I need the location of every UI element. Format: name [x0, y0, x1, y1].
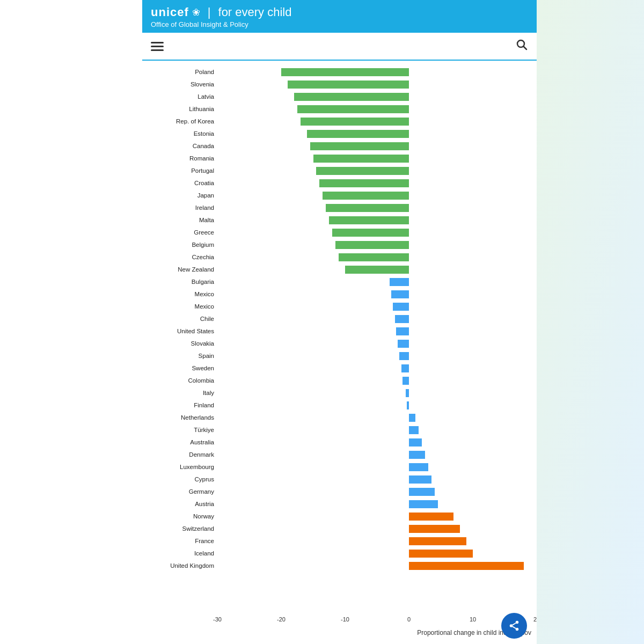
chart-row: Türkiye	[148, 424, 537, 436]
country-label: Australia	[148, 439, 217, 445]
x-axis: -30-20-1001020	[148, 614, 537, 628]
chart-row: Norway	[148, 510, 537, 522]
data-bar	[335, 241, 409, 249]
country-label: Germany	[148, 488, 217, 495]
country-label: Ireland	[148, 204, 217, 211]
country-label: France	[148, 538, 217, 544]
chart-row: Cyprus	[148, 473, 537, 485]
share-button[interactable]	[501, 613, 527, 639]
data-bar	[301, 118, 409, 126]
chart-row: Austria	[148, 498, 537, 510]
chart-row: Poland	[148, 66, 537, 78]
svg-point-2	[516, 621, 519, 624]
country-label: Luxembourg	[148, 464, 217, 470]
chart-row: Portugal	[148, 165, 537, 177]
chart-row: Italy	[148, 387, 537, 399]
country-label: Iceland	[148, 550, 217, 557]
x-axis-ticks: -30-20-1001020	[217, 616, 537, 627]
hamburger-menu-button[interactable]	[151, 42, 164, 51]
chart-row: Mexico	[148, 301, 537, 312]
chart-row: Japan	[148, 189, 537, 201]
country-label: Malta	[148, 217, 217, 223]
data-bar	[409, 438, 422, 447]
data-bar	[409, 537, 466, 545]
data-bar	[294, 93, 409, 101]
chart-row: Luxembourg	[148, 461, 537, 473]
data-bar	[401, 364, 409, 372]
data-bar	[409, 525, 460, 533]
country-label: Finland	[148, 402, 217, 408]
chart-row: Latvia	[148, 91, 537, 103]
data-bar	[332, 229, 409, 237]
chart-row: Croatia	[148, 177, 537, 189]
chart-row: Slovakia	[148, 338, 537, 349]
header-sub: Office of Global Insight & Policy	[151, 20, 528, 28]
chart-row: Estonia	[148, 128, 537, 140]
header-top: unicef ❀ | for every child	[151, 5, 528, 19]
chart-row: Sweden	[148, 362, 537, 374]
country-label: Belgium	[148, 241, 217, 248]
data-bar	[316, 167, 409, 175]
chart-row: Czechia	[148, 251, 537, 263]
chart-row: Iceland	[148, 547, 537, 559]
country-label: Chile	[148, 316, 217, 322]
svg-point-3	[510, 624, 513, 627]
data-bar	[323, 192, 409, 200]
country-label: Mexico	[148, 303, 217, 310]
country-label: United Kingdom	[148, 562, 217, 569]
chart-row: Colombia	[148, 375, 537, 386]
country-label: Rep. of Korea	[148, 118, 217, 125]
data-bar	[409, 414, 415, 422]
data-bar	[339, 253, 409, 261]
country-label: Austria	[148, 501, 217, 507]
data-bar	[409, 562, 524, 570]
chart-row: Spain	[148, 350, 537, 362]
country-label: Greece	[148, 229, 217, 236]
data-bar	[395, 315, 409, 323]
chart-row: Australia	[148, 436, 537, 448]
data-bar	[399, 352, 409, 360]
data-bar	[329, 216, 409, 224]
data-bar	[288, 80, 409, 89]
chart-row: Slovenia	[148, 78, 537, 90]
chart-wrapper: PolandSloveniaLatviaLithuaniaRep. of Kor…	[142, 61, 537, 644]
data-bar	[409, 451, 425, 459]
data-bar	[393, 303, 409, 311]
search-button[interactable]	[515, 38, 528, 54]
hamburger-line-3	[151, 49, 164, 51]
chart-row: Bulgaria	[148, 276, 537, 288]
data-bar	[409, 488, 435, 496]
country-label: Estonia	[148, 130, 217, 137]
data-bar	[313, 155, 409, 163]
chart-row: Mexico	[148, 288, 537, 300]
chart-row: Denmark	[148, 449, 537, 460]
country-label: Cyprus	[148, 476, 217, 482]
data-bar	[391, 290, 409, 298]
svg-line-1	[524, 47, 527, 50]
country-label: Canada	[148, 143, 217, 149]
country-label: Lithuania	[148, 106, 217, 112]
x-tick-label: 10	[470, 616, 476, 623]
header-divider: |	[208, 5, 211, 19]
header: unicef ❀ | for every child Office of Glo…	[142, 0, 537, 33]
country-label: Slovakia	[148, 340, 217, 347]
country-label: Japan	[148, 192, 217, 199]
country-label: Türkiye	[148, 427, 217, 433]
country-label: Portugal	[148, 167, 217, 174]
chart-row: Switzerland	[148, 523, 537, 535]
country-label: Bulgaria	[148, 279, 217, 285]
country-label: Spain	[148, 353, 217, 359]
country-label: Slovenia	[148, 81, 217, 87]
data-bar	[409, 463, 428, 471]
chart-row: Belgium	[148, 239, 537, 251]
country-label: Netherlands	[148, 414, 217, 421]
nav-bar	[142, 33, 537, 61]
chart-row: Romania	[148, 152, 537, 164]
chart-row: Rep. of Korea	[148, 115, 537, 127]
x-axis-title: Proportional change in child income pov	[142, 628, 537, 639]
chart-row: Canada	[148, 140, 537, 152]
chart-row: Malta	[148, 214, 537, 226]
data-bar	[409, 475, 431, 484]
data-bar	[345, 266, 409, 274]
country-label: Colombia	[148, 377, 217, 384]
